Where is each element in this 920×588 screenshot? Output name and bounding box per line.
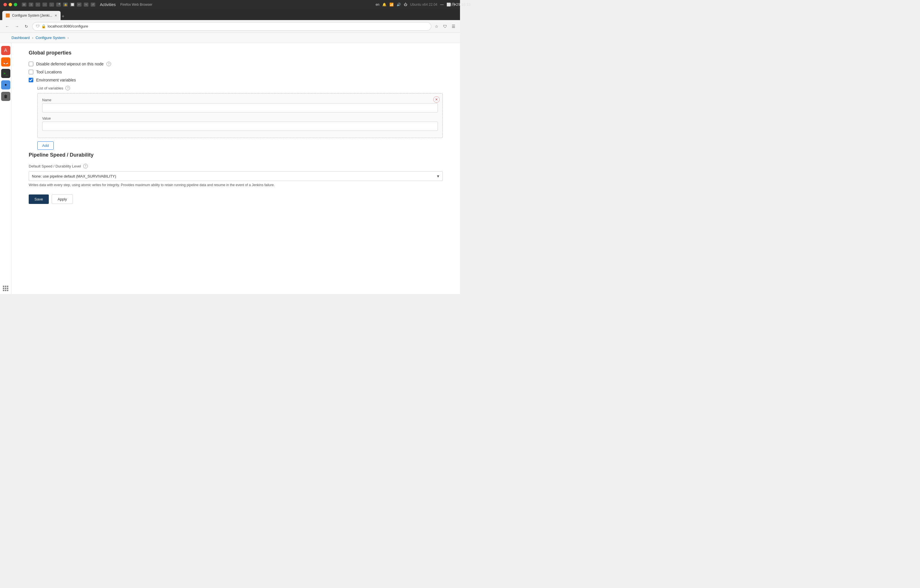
audio-icon[interactable]: 🔊 <box>397 3 401 6</box>
card-close-button[interactable]: ✕ <box>433 96 440 103</box>
tool-locations-checkbox[interactable] <box>29 70 33 74</box>
terminal-icon: >_ <box>3 71 8 76</box>
global-properties-section: Global properties Disable deferred wipeo… <box>29 50 443 150</box>
topbar-left: ⊞ ℹ ← → ↓ 🎤 🔒 ⬜ ↩ ↪ ↺ Activities Firefox… <box>3 2 152 7</box>
pipeline-section: Pipeline Speed / Durability Default Spee… <box>29 152 443 204</box>
list-help-icon[interactable]: ? <box>65 86 70 90</box>
power-icon[interactable]: ⏻ <box>404 3 407 6</box>
back-button[interactable]: ← <box>3 23 11 30</box>
env-variables-label: Environment variables <box>36 78 76 82</box>
apply-button[interactable]: Apply <box>52 194 73 204</box>
browser-tabs: Configure System [Jenki... ✕ + <box>0 9 460 20</box>
name-field-label: Name <box>42 98 438 102</box>
breadcrumb: Dashboard › Configure System › <box>0 33 460 43</box>
breadcrumb-sep2: › <box>68 36 69 40</box>
ai-icon: ✦ <box>4 82 8 87</box>
topbar-clock: 8月 29 16:15 <box>449 2 460 7</box>
value-field-input[interactable] <box>42 122 438 131</box>
content-area: Global properties Disable deferred wipeo… <box>11 43 460 294</box>
wc-fwd2[interactable]: ↪ <box>84 3 88 6</box>
breadcrumb-dashboard[interactable]: Dashboard <box>11 36 30 40</box>
tl-yellow[interactable] <box>9 3 12 6</box>
checkbox-row-1: Disable deferred wipeout on this node ? <box>29 62 443 66</box>
wc-fwd[interactable]: → <box>42 3 47 6</box>
activities-label[interactable]: Activities <box>100 2 116 7</box>
traffic-lights <box>3 3 17 6</box>
speed-level-label: Default Speed / Durability Level ? <box>29 164 443 168</box>
tl-red[interactable] <box>3 3 7 6</box>
speed-select-wrapper: None: use pipeline default (MAX_SURVIVAB… <box>29 171 443 181</box>
main-layout: A 🦊 >_ ✦ 🗑 <box>0 43 460 294</box>
win-minimize[interactable]: — <box>440 3 444 6</box>
bookmark-icon[interactable]: ☆ <box>434 23 440 30</box>
env-variables-checkbox[interactable] <box>29 78 33 82</box>
sidebar-icon-app[interactable]: A <box>1 46 10 55</box>
speed-help-icon[interactable]: ? <box>83 164 88 168</box>
tab-close-btn[interactable]: ✕ <box>55 14 57 18</box>
url-text[interactable]: localhost:8080/configure <box>48 24 88 28</box>
bottom-actions: Save Apply <box>29 194 443 204</box>
speed-level-text: Default Speed / Durability Level <box>29 164 81 168</box>
reload-button[interactable]: ↻ <box>23 23 30 30</box>
browser-toolbar: ← → ↻ 🛡 🔒 localhost:8080/configure ☆ 🛡 ☰ <box>0 20 460 33</box>
disable-wipeout-help[interactable]: ? <box>107 62 111 66</box>
forward-button[interactable]: → <box>13 23 21 30</box>
help-text: Writes data with every step, using atomi… <box>29 183 443 187</box>
wc-mic[interactable]: 🎤 <box>56 3 61 6</box>
checkbox-row-2: Tool Locations <box>29 70 443 74</box>
window-controls: ⊞ ℹ ← → ↓ 🎤 🔒 ⬜ ↩ ↪ ↺ <box>22 3 95 6</box>
toolbar-actions: ☆ 🛡 ☰ <box>434 23 457 30</box>
wc-hist[interactable]: ↺ <box>91 3 95 6</box>
sidebar-grid-icon[interactable] <box>3 286 8 294</box>
speed-select[interactable]: None: use pipeline default (MAX_SURVIVAB… <box>29 171 443 181</box>
checkbox-row-3: Environment variables <box>29 78 443 82</box>
notif-icon[interactable]: 🔔 <box>382 3 387 6</box>
firefox-label: Firefox Web Browser <box>120 3 152 6</box>
pipeline-title: Pipeline Speed / Durability <box>29 152 443 158</box>
disable-wipeout-checkbox[interactable] <box>29 62 33 66</box>
active-tab[interactable]: Configure System [Jenki... ✕ <box>2 11 60 20</box>
window-title: Ubuntu x64 22.04 <box>410 3 437 6</box>
network-icon[interactable]: 📶 <box>389 3 394 6</box>
add-button[interactable]: Add <box>37 141 53 150</box>
speed-level-group: Default Speed / Durability Level ? None:… <box>29 164 443 187</box>
list-of-variables-section: List of variables ? ✕ Name Value Add <box>37 86 443 150</box>
app-icon: A <box>4 48 7 53</box>
menu-icon[interactable]: ☰ <box>450 23 457 30</box>
lock-icon: 🔒 <box>41 24 46 28</box>
global-properties-title: Global properties <box>29 50 443 56</box>
shield-icon[interactable]: 🛡 <box>442 23 448 30</box>
breadcrumb-configure[interactable]: Configure System <box>36 36 65 40</box>
wc-lock[interactable]: 🔒 <box>63 3 68 6</box>
os-topbar: ⊞ ℹ ← → ↓ 🎤 🔒 ⬜ ↩ ↪ ↺ Activities Firefox… <box>0 0 460 9</box>
tool-locations-label: Tool Locations <box>36 70 62 74</box>
save-button[interactable]: Save <box>29 194 49 204</box>
sidebar-icon-ai[interactable]: ✦ <box>1 80 10 89</box>
wc-back2[interactable]: ↩ <box>77 3 81 6</box>
wc-back[interactable]: ← <box>36 3 40 6</box>
sidebar-icon-trash[interactable]: 🗑 <box>1 92 10 101</box>
new-tab-button[interactable]: + <box>62 14 64 19</box>
list-label-text: List of variables <box>37 86 63 90</box>
tab-favicon <box>6 13 10 18</box>
wc-dl[interactable]: ↓ <box>49 3 54 6</box>
value-field-label: Value <box>42 116 438 121</box>
browser-window: Configure System [Jenki... ✕ + ← → ↻ 🛡 🔒… <box>0 9 460 294</box>
disable-wipeout-label: Disable deferred wipeout on this node <box>36 62 104 66</box>
sidebar: A 🦊 >_ ✦ 🗑 <box>0 43 11 294</box>
tab-title: Configure System [Jenki... <box>12 13 52 18</box>
wc-info[interactable]: ℹ <box>29 3 33 6</box>
topbar-right: en 🔔 📶 🔊 ⏻ Ubuntu x64 22.04 — ⬜ ✕ <box>376 3 457 6</box>
variable-card: ✕ Name Value <box>37 93 443 138</box>
breadcrumb-sep1: › <box>32 36 33 40</box>
trash-icon: 🗑 <box>4 94 8 99</box>
wc-screen[interactable]: ⬜ <box>70 3 75 6</box>
lang-indicator: en <box>376 3 379 6</box>
address-bar[interactable]: 🛡 🔒 localhost:8080/configure <box>32 22 431 31</box>
name-field-input[interactable] <box>42 103 438 112</box>
tl-green[interactable] <box>14 3 17 6</box>
wc-tile[interactable]: ⊞ <box>22 3 26 6</box>
sidebar-icon-terminal[interactable]: >_ <box>1 69 10 78</box>
list-label: List of variables ? <box>37 86 443 90</box>
sidebar-icon-firefox[interactable]: 🦊 <box>1 57 10 66</box>
